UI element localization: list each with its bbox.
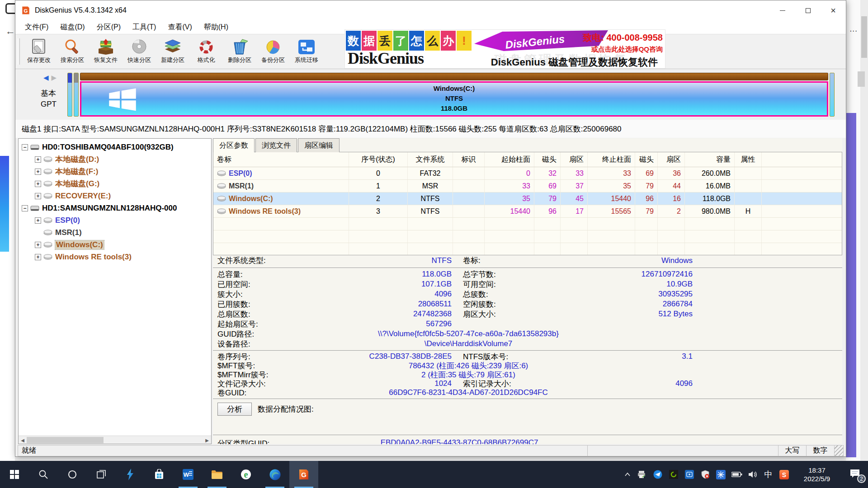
maximize-button[interactable] <box>795 0 821 20</box>
tree-item--g-[interactable]: +本地磁盘(G:) <box>19 178 211 190</box>
expand-icon[interactable]: + <box>35 193 41 199</box>
system-migration-button[interactable]: 系统迁移 <box>290 35 323 68</box>
column-header-7[interactable]: 终止柱面 <box>588 152 635 167</box>
quick-partition-button[interactable]: 快速分区 <box>123 35 156 68</box>
tray-intel-graphics[interactable] <box>681 461 697 488</box>
save-changes-button[interactable]: 保存更改 <box>22 35 56 68</box>
tree-item--d-[interactable]: +本地磁盘(D:) <box>19 153 211 165</box>
column-header-5[interactable]: 磁头 <box>534 152 561 167</box>
tree-item-esp-0-[interactable]: +ESP(0) <box>19 214 211 226</box>
menu-item-4[interactable]: 查看(V) <box>162 21 198 34</box>
column-header-2[interactable]: 文件系统 <box>408 152 453 167</box>
expand-icon[interactable]: + <box>35 217 41 224</box>
analyze-button[interactable]: 分析 <box>217 403 252 416</box>
collapse-icon[interactable]: − <box>22 144 28 150</box>
next-disk-arrow-icon[interactable]: ▶ <box>52 74 57 82</box>
expand-icon[interactable]: + <box>35 242 41 248</box>
menu-item-2[interactable]: 分区(P) <box>91 21 127 34</box>
app-edge[interactable] <box>260 461 289 488</box>
tree-item-windows-re-tools-3-[interactable]: +Windows RE tools(3) <box>19 251 211 263</box>
tray-defender[interactable] <box>697 461 713 488</box>
collapse-icon[interactable]: − <box>22 205 28 211</box>
tray-printer[interactable]: ✓ <box>634 461 650 488</box>
app-file-explorer[interactable] <box>203 461 231 488</box>
column-header-0[interactable]: 卷标 <box>213 152 349 167</box>
app-word[interactable]: W <box>174 461 203 488</box>
column-header-3[interactable]: 标识 <box>453 152 485 167</box>
column-header-10[interactable]: 容量 <box>685 152 735 167</box>
column-header-4[interactable]: 起始柱面 <box>485 152 534 167</box>
prev-disk-arrow-icon[interactable]: ◀ <box>43 74 49 82</box>
tab-0[interactable]: 分区参数 <box>213 138 255 152</box>
scroll-left-icon[interactable]: ◀ <box>19 436 27 444</box>
tree-item-windows-c-[interactable]: +Windows(C:) <box>19 239 211 251</box>
menu-item-1[interactable]: 磁盘(D) <box>54 21 90 34</box>
app-lightning[interactable] <box>116 461 145 488</box>
menu-item-3[interactable]: 工具(T) <box>127 21 162 34</box>
system-migration-icon <box>297 39 316 55</box>
column-header-11[interactable]: 属性 <box>735 152 762 167</box>
tray-bird-app[interactable] <box>650 461 665 488</box>
new-partition-button[interactable]: 新建分区 <box>156 35 189 68</box>
tray-volume[interactable] <box>745 461 760 488</box>
column-header-6[interactable]: 扇区 <box>561 152 588 167</box>
cortana-button[interactable] <box>58 461 87 488</box>
tab-2[interactable]: 扇区编辑 <box>298 138 340 152</box>
minimize-button[interactable] <box>770 0 795 20</box>
delete-partition-button[interactable]: 删除分区 <box>223 35 256 68</box>
menu-item-5[interactable]: 帮助(H) <box>198 21 234 34</box>
background-scrollbar-thumb[interactable] <box>861 16 867 58</box>
banner-contact[interactable]: 致电: 400-008-9958 或点击此处选择QQ咨询 <box>583 32 663 54</box>
expand-icon[interactable]: + <box>35 156 41 163</box>
partition-bar-esp[interactable] <box>67 73 72 117</box>
scroll-right-icon[interactable]: ▶ <box>203 436 211 444</box>
resize-grip[interactable] <box>834 446 843 456</box>
tree-item--f-[interactable]: +本地磁盘(F:) <box>19 165 211 178</box>
start-button[interactable] <box>0 461 29 488</box>
table-row[interactable]: Windows RE tools(3)3NTFS1544096171556579… <box>213 205 842 218</box>
tray-ime[interactable]: 中 <box>760 461 776 488</box>
tree-item-msr-1-[interactable]: +MSR(1) <box>19 226 211 239</box>
column-header-9[interactable]: 扇区 <box>658 152 685 167</box>
toolbar-grip[interactable] <box>18 38 20 65</box>
backup-partition-button[interactable]: 备份分区 <box>256 35 290 68</box>
app-ms-store[interactable] <box>145 461 174 488</box>
tray-battery[interactable] <box>729 461 745 488</box>
recover-files-button[interactable]: 恢复文件 <box>89 35 123 68</box>
partition-bar-msr[interactable] <box>74 73 79 117</box>
banner-qq-link[interactable]: 或点击此处选择QQ咨询 <box>583 45 663 54</box>
tree-item-hd1-samsungmznln128hahq-000[interactable]: −HD1:SAMSUNGMZNLN128HAHQ-000 <box>19 202 211 214</box>
format-button[interactable]: 格式化 <box>189 35 223 68</box>
tray-expand-button[interactable] <box>621 461 634 488</box>
app-browser-360[interactable]: e <box>231 461 260 488</box>
tray-nvidia[interactable] <box>665 461 681 488</box>
tray-sogou[interactable]: S <box>776 461 792 488</box>
close-icon: × <box>830 6 836 15</box>
search-partition-button[interactable]: 搜索分区 <box>56 35 89 68</box>
partition-bar-re-tools[interactable] <box>830 73 835 117</box>
task-view-button[interactable] <box>87 461 116 488</box>
tree-horizontal-scrollbar[interactable]: ◀ ▶ <box>19 436 211 444</box>
app-diskgenius[interactable]: G <box>289 461 318 488</box>
tray-snowflake-app[interactable] <box>713 461 729 488</box>
tab-1[interactable]: 浏览文件 <box>255 138 297 152</box>
background-scrollbar[interactable] <box>860 0 868 461</box>
table-row[interactable]: ESP(0)0FAT3203233336936260.0MB <box>213 167 842 180</box>
partition-bar-windows-c[interactable]: Windows(C:) NTFS 118.0GB <box>80 81 828 117</box>
notification-center-button[interactable]: 2 <box>842 461 868 488</box>
menu-item-0[interactable]: 文件(F) <box>19 21 54 34</box>
table-row[interactable]: Windows(C:)2NTFS357945154409616118.0GB <box>213 192 842 205</box>
expand-icon[interactable]: + <box>35 181 41 187</box>
column-header-8[interactable]: 磁头 <box>635 152 658 167</box>
close-button[interactable]: × <box>821 0 846 20</box>
tree-item-recovery-e-[interactable]: +RECOVERY(E:) <box>19 190 211 202</box>
expand-icon[interactable]: + <box>35 169 41 175</box>
column-header-1[interactable]: 序号(状态) <box>349 152 408 167</box>
taskbar-clock[interactable]: 18:37 2022/5/9 <box>792 466 842 483</box>
expand-icon[interactable]: + <box>35 254 41 260</box>
promo-banner[interactable]: 磁盘管理及数据恢复 数据丢了怎么办! DiskGenius DiskGenius… <box>344 29 665 69</box>
table-row[interactable]: MSR(1)1MSR33693735794416.0MB <box>213 180 842 192</box>
taskbar-search-button[interactable] <box>29 461 58 488</box>
tree-item-hd0-toshibamq04abf100-932gb-[interactable]: −HD0:TOSHIBAMQ04ABF100(932GB) <box>19 141 211 153</box>
tree-scrollbar-thumb[interactable] <box>27 437 104 443</box>
